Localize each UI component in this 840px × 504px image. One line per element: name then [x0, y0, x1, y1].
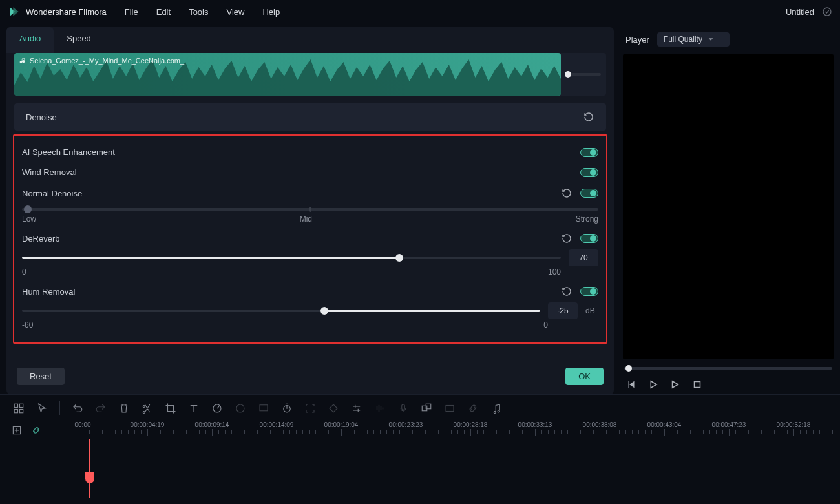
- player-scrubber[interactable]: [624, 367, 832, 370]
- track-add-icon[interactable]: [12, 425, 22, 436]
- waveform-zoom-slider[interactable]: [565, 73, 601, 76]
- ruler-label: 00:00:23:23: [389, 421, 423, 428]
- tab-speed[interactable]: Speed: [54, 27, 104, 53]
- document-title: Untitled: [786, 7, 814, 17]
- menu-file[interactable]: File: [125, 7, 138, 17]
- ruler-label: 00:00:14:09: [260, 421, 294, 428]
- keyframe-icon[interactable]: [328, 403, 339, 414]
- ruler-label: 00:00:33:13: [518, 421, 552, 428]
- dereverb-toggle[interactable]: [580, 234, 598, 243]
- playhead-marker-icon[interactable]: [85, 472, 94, 483]
- svg-rect-4: [14, 409, 17, 412]
- menu-help[interactable]: Help: [262, 7, 280, 17]
- focus-icon[interactable]: [304, 403, 316, 414]
- timeline-toolbar: [0, 394, 840, 421]
- undo-icon[interactable]: [72, 403, 83, 414]
- menu-tools[interactable]: Tools: [189, 7, 208, 17]
- timeline-ruler[interactable]: 00:0000:00:04:1900:00:09:1400:00:14:0900…: [83, 421, 834, 439]
- menubar: Wondershare Filmora File Edit Tools View…: [0, 0, 840, 23]
- normal-denoise-strong-label: Strong: [576, 215, 598, 224]
- dereverb-slider[interactable]: [22, 257, 561, 259]
- normal-denoise-slider[interactable]: [22, 208, 598, 211]
- dereverb-max-label: 100: [548, 268, 561, 277]
- wind-removal-label: Wind Removal: [22, 167, 77, 177]
- play-pause-icon[interactable]: [647, 379, 659, 390]
- menu-edit[interactable]: Edit: [156, 7, 171, 17]
- hum-removal-toggle[interactable]: [580, 287, 598, 296]
- app-logo-icon: [8, 5, 21, 18]
- hum-removal-label: Hum Removal: [22, 287, 75, 297]
- timeline-tracks[interactable]: [0, 439, 840, 498]
- dereverb-value[interactable]: 70: [569, 249, 598, 266]
- ruler-label: 00:00:43:04: [647, 421, 682, 428]
- app-title: Wondershare Filmora: [26, 7, 107, 17]
- chevron-down-icon: [708, 36, 714, 43]
- timer-icon[interactable]: [281, 403, 293, 414]
- track-link-icon[interactable]: [31, 425, 41, 436]
- cursor-icon[interactable]: [36, 403, 48, 414]
- ok-button[interactable]: OK: [565, 368, 604, 385]
- svg-rect-2: [14, 404, 17, 407]
- hum-removal-unit: dB: [585, 306, 598, 315]
- crop-icon[interactable]: [165, 403, 176, 414]
- svg-rect-1: [695, 382, 700, 388]
- color-icon[interactable]: [235, 403, 246, 414]
- ruler-label: 00:00:47:23: [712, 421, 746, 428]
- quality-dropdown[interactable]: Full Quality: [657, 32, 730, 47]
- ruler-label: 00:00:38:08: [583, 421, 617, 428]
- render-icon[interactable]: [444, 403, 456, 414]
- music-icon[interactable]: [490, 403, 502, 414]
- denoise-section-header: Denoise: [14, 103, 606, 131]
- split-icon[interactable]: [142, 403, 153, 414]
- player-panel: Player Full Quality: [623, 27, 834, 394]
- normal-denoise-reset-icon[interactable]: [561, 187, 572, 199]
- normal-denoise-low-label: Low: [22, 215, 36, 224]
- screen-icon[interactable]: [258, 403, 269, 414]
- audio-clip-waveform[interactable]: Selena_Gomez_-_My_Mind_Me_CeeNaija.com_: [14, 53, 561, 96]
- svg-rect-3: [20, 404, 23, 407]
- quality-value: Full Quality: [664, 35, 702, 44]
- menu-items: File Edit Tools View Help: [125, 7, 280, 17]
- reset-button[interactable]: Reset: [17, 368, 65, 385]
- dereverb-reset-icon[interactable]: [561, 233, 572, 244]
- menu-view[interactable]: View: [226, 7, 244, 17]
- hum-max-label: 0: [543, 320, 548, 330]
- mic-icon[interactable]: [397, 403, 409, 414]
- denoise-settings-highlight: AI Speech Enhancement Wind Removal Norma…: [13, 134, 607, 344]
- hum-removal-reset-icon[interactable]: [561, 286, 572, 297]
- svg-rect-8: [260, 404, 268, 410]
- text-icon[interactable]: [188, 403, 200, 414]
- normal-denoise-toggle[interactable]: [580, 189, 598, 198]
- stop-icon[interactable]: [691, 379, 703, 390]
- reset-denoise-icon[interactable]: [583, 111, 594, 123]
- redo-icon[interactable]: [95, 403, 107, 414]
- ai-speech-toggle[interactable]: [580, 148, 598, 157]
- denoise-title: Denoise: [26, 112, 57, 122]
- hum-removal-slider[interactable]: [22, 310, 540, 312]
- cloud-sync-icon[interactable]: [822, 6, 832, 17]
- ruler-label: 00:00: [74, 421, 90, 428]
- layout-grid-icon[interactable]: [13, 403, 25, 414]
- svg-rect-5: [20, 409, 23, 412]
- playhead[interactable]: [89, 439, 90, 498]
- toolbar-divider: [59, 401, 60, 415]
- speed-icon[interactable]: [211, 403, 223, 414]
- hum-removal-value[interactable]: -25: [548, 302, 578, 319]
- video-preview[interactable]: [623, 54, 834, 359]
- svg-point-0: [823, 8, 831, 16]
- ruler-label: 00:00:09:14: [195, 421, 229, 428]
- panel-tabs: Audio Speed: [6, 27, 614, 53]
- next-frame-icon[interactable]: [669, 379, 681, 390]
- adjust-icon[interactable]: [351, 403, 362, 414]
- music-note-icon: [19, 57, 27, 65]
- ruler-label: 00:00:04:19: [131, 421, 165, 428]
- link-icon[interactable]: [467, 403, 479, 414]
- svg-rect-12: [446, 405, 454, 411]
- group-icon[interactable]: [421, 403, 432, 414]
- delete-icon[interactable]: [118, 403, 130, 414]
- wind-removal-toggle[interactable]: [580, 168, 598, 177]
- audio-adjust-icon[interactable]: [374, 403, 386, 414]
- prev-frame-icon[interactable]: [625, 379, 637, 390]
- tab-audio[interactable]: Audio: [6, 27, 54, 53]
- ruler-label: 00:00:28:18: [454, 421, 488, 428]
